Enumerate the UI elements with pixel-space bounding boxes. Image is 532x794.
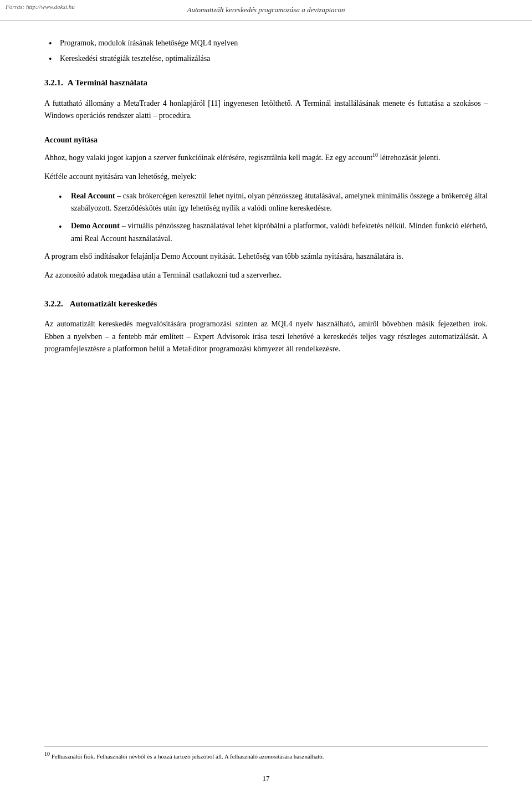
list-item-real: Real Account – csak brókercégen keresztü… xyxy=(55,190,488,215)
section-321-paragraph: A futtatható állomány a MetaTrader 4 hon… xyxy=(44,98,488,122)
account-nyitasa-para1: Ahhoz, hogy valaki jogot kapjon a szerve… xyxy=(44,151,488,164)
demo-account-dash: – xyxy=(120,222,128,230)
account-nyitasa-para3: A program első indításakor felajánlja De… xyxy=(44,250,488,263)
section-322-title: Automatizált kereskedés xyxy=(70,298,157,310)
page-header-title: Automatizált kereskedés programozása a d… xyxy=(0,0,532,21)
source-label: Forrás: http://www.doksi.hu xyxy=(6,3,75,10)
section-321-heading: 3.2.1.A Terminál használata xyxy=(44,76,488,89)
intro-bullet-list: Programok, modulok írásának lehetősége M… xyxy=(44,37,488,64)
demo-account-term: Demo Account xyxy=(71,222,120,230)
account-para1-text: Ahhoz, hogy valaki jogot kapjon a szerve… xyxy=(44,153,372,162)
page-container: Forrás: http://www.doksi.hu Automatizált… xyxy=(0,0,532,794)
account-type-list: Real Account – csak brókercégen keresztü… xyxy=(55,190,488,245)
section-322-heading: 3.2.2. Automatizált kereskedés xyxy=(44,298,488,310)
page-number: 17 xyxy=(263,774,270,783)
section-322-number: 3.2.2. xyxy=(44,298,63,310)
real-account-term: Real Account xyxy=(71,192,115,200)
account-nyitasa-para2: Kétféle account nyitására van lehetőség,… xyxy=(44,171,488,183)
list-item: Programok, modulok írásának lehetősége M… xyxy=(44,37,488,49)
section-321-title: A Terminál használata xyxy=(68,78,147,87)
account-para1-cont: létrehozását jelenti. xyxy=(378,153,440,162)
footnote-ref-10: 10 xyxy=(372,152,378,158)
real-account-text: csak brókercégen keresztül lehet nyitni,… xyxy=(71,192,488,212)
footnote-body: Felhasználói fiók. Felhasználói névből é… xyxy=(52,753,324,760)
section-322-paragraph: Az automatizált kereskedés megvalósításá… xyxy=(44,318,488,355)
real-account-dash: – xyxy=(115,192,123,200)
footnote-area: 10 Felhasználói fiók. Felhasználói névbő… xyxy=(44,746,488,761)
section-321-number: 3.2.1. xyxy=(44,78,63,87)
list-item-demo: Demo Account – virtuális pénzösszeg hasz… xyxy=(55,220,488,245)
footnote-number: 10 xyxy=(44,751,50,757)
account-nyitasa-heading: Account nyitása xyxy=(44,134,488,146)
footnote-line: 10 Felhasználói fiók. Felhasználói névbő… xyxy=(44,750,488,761)
list-item: Kereskedési stratégiák tesztelése, optim… xyxy=(44,53,488,65)
content-area: Programok, modulok írásának lehetősége M… xyxy=(0,21,532,395)
account-nyitasa-para4: Az azonosító adatok megadása után a Term… xyxy=(44,269,488,281)
demo-account-text: virtuális pénzösszeg használatával lehet… xyxy=(71,222,488,242)
